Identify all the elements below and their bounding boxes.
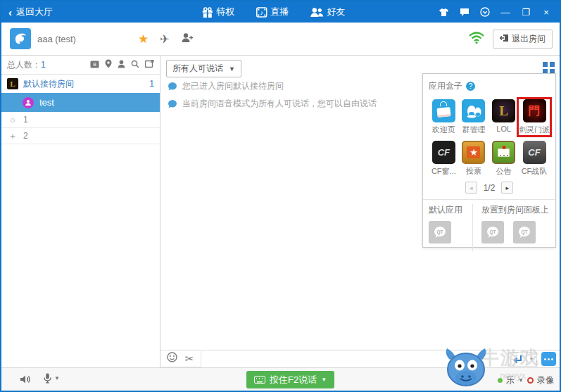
favorite-star-icon[interactable]: ★	[138, 32, 149, 46]
app-label: LOL	[496, 125, 511, 133]
app-cf-window[interactable]: CF CF窗...	[429, 141, 459, 177]
minimize-button[interactable]: —	[500, 8, 510, 17]
system-message-text: 您已进入房间默认接待房间	[182, 81, 284, 91]
bottom-bar: ▼ 按住F2说话 ▼ 乐 ▼ 录像	[1, 367, 560, 391]
message-list: 您已进入房间默认接待房间 当前房间语音模式为所有人可说话，您可以自由说话	[168, 81, 419, 116]
voice-mode-dropdown[interactable]: 所有人可说话 ▼	[166, 60, 241, 77]
app-box-title: 应用盒子	[429, 80, 462, 92]
system-message-text: 当前房间语音模式为所有人可说话，您可以自由说话	[182, 99, 377, 108]
exit-room-button[interactable]: 退出房间	[493, 30, 553, 49]
chevron-down-icon: ▼	[229, 65, 235, 72]
push-to-talk-button[interactable]: 按住F2说话 ▼	[246, 371, 334, 388]
qt-chat-bubble-icon[interactable]	[541, 352, 556, 366]
app-lol[interactable]: L LOL	[488, 99, 519, 135]
sidebar-row-circle[interactable]: ○ 1	[1, 112, 160, 128]
back-to-lobby-button[interactable]: ‹ 返回大厅	[8, 6, 53, 18]
circle-arrow-icon[interactable]	[480, 7, 490, 17]
settings-panel-icon[interactable]	[145, 58, 154, 71]
place-on-panel-section: 放置到房间面板上 QT QT	[472, 204, 550, 251]
app-grid-toggle-icon[interactable]	[543, 62, 555, 74]
app-vote[interactable]: ★ 投票	[459, 141, 489, 177]
bubble-icon	[168, 81, 177, 94]
svg-text:QT: QT	[522, 229, 528, 235]
app-box-bottom: 默认应用 QT 放置到房间面板上 QT QT	[423, 199, 555, 251]
app-bns-highlighted[interactable]: 門 剑灵门派	[519, 99, 550, 135]
app-welcome[interactable]: 欢迎页	[429, 99, 459, 135]
sidebar-row-plus[interactable]: + 2	[1, 128, 160, 144]
chat-main: 所有人可说话 ▼ 您已进入房间默认接待房间 当前房间语音模式为所有人可说话，您可…	[160, 56, 560, 367]
member-icon[interactable]	[118, 58, 125, 71]
input-tools: ✂	[160, 351, 201, 367]
send-options-caret[interactable]: ▼	[527, 352, 537, 367]
cf-window-app-icon: CF	[432, 141, 455, 164]
microphone-dropdown[interactable]: ▼	[44, 373, 60, 384]
app-group-manage[interactable]: 群管理	[459, 99, 489, 135]
help-icon[interactable]: ?	[466, 82, 475, 91]
userbar-actions: ★ ✈	[138, 32, 194, 46]
nav-friends-label: 好友	[327, 6, 345, 18]
username-label: aaa (test)	[37, 34, 76, 44]
app-grid: 欢迎页 群管理 L LOL 門 剑灵门派 CF	[429, 99, 550, 177]
microphone-icon	[44, 373, 51, 384]
app-notice[interactable]: 公告	[488, 141, 519, 177]
app-cf-team[interactable]: CF CF战队	[519, 141, 550, 177]
emoji-icon[interactable]	[167, 352, 177, 365]
room-member-count: 1	[149, 79, 154, 89]
avatar[interactable]	[10, 28, 31, 49]
panel-slot[interactable]: QT	[513, 221, 536, 244]
app-label: 群管理	[462, 125, 485, 135]
live-icon: ♪	[256, 7, 267, 18]
nav-privilege-label: 特权	[216, 6, 234, 18]
app-label: 投票	[466, 166, 481, 177]
screenshot-scissors-icon[interactable]: ✂	[185, 353, 194, 365]
nav-friends[interactable]: 好友	[310, 6, 345, 18]
maximize-button[interactable]: ❐	[521, 8, 531, 17]
friends-icon	[310, 7, 323, 18]
nav-privilege[interactable]: 特权	[201, 6, 234, 18]
svg-text:QT: QT	[489, 229, 496, 235]
message-icon[interactable]	[460, 8, 469, 17]
music-label-fragment[interactable]: 乐	[506, 374, 515, 386]
plane-icon[interactable]: ✈	[160, 32, 169, 46]
welcome-app-icon	[432, 99, 455, 122]
svg-text:B: B	[93, 62, 96, 67]
chevron-down-icon[interactable]: ▼	[518, 377, 524, 384]
page-prev-button[interactable]: ◂	[465, 182, 477, 194]
nav-live-label: 直播	[270, 6, 289, 18]
sidebar-header: 总人数：1 B	[1, 56, 160, 75]
add-person-icon[interactable]	[181, 32, 194, 46]
speaker-icon[interactable]	[20, 374, 32, 387]
qt-logo-icon	[13, 31, 28, 46]
chat-input[interactable]	[201, 350, 508, 367]
lol-app-icon: L	[492, 99, 515, 122]
send-enter-button[interactable]	[508, 352, 527, 367]
input-toolbar: ✂ ▼	[160, 350, 560, 367]
keyboard-icon	[254, 376, 265, 384]
app-box-header: 应用盒子 ?	[429, 80, 550, 92]
app-pagination: ◂ 1/2 ▸	[429, 182, 550, 194]
system-message: 当前房间语音模式为所有人可说话，您可以自由说话	[168, 99, 419, 111]
default-app-label: 默认应用	[429, 204, 472, 216]
sidebar-room-default[interactable]: L 默认接待房间 1	[1, 75, 160, 93]
location-icon[interactable]	[105, 58, 112, 71]
skin-icon[interactable]	[439, 8, 449, 17]
exit-room-label: 退出房间	[512, 33, 546, 45]
system-message: 您已进入房间默认接待房间	[168, 81, 419, 94]
sidebar-subchannel-test[interactable]: test	[1, 93, 160, 112]
record-icon[interactable]	[527, 377, 534, 384]
close-button[interactable]: ×	[541, 8, 551, 17]
record-label[interactable]: 录像	[537, 374, 554, 386]
nav-live[interactable]: ♪ 直播	[256, 6, 289, 18]
lol-room-icon: L	[7, 78, 18, 89]
default-app-slot[interactable]: QT	[429, 221, 451, 244]
search-icon[interactable]	[131, 58, 139, 71]
card-icon[interactable]: B	[90, 58, 99, 71]
titlebar-controls: — ❐ ×	[439, 7, 551, 17]
svg-text:♪: ♪	[260, 9, 263, 16]
panel-slot[interactable]: QT	[481, 221, 504, 244]
music-status-dot	[498, 378, 503, 383]
total-members-count: 1	[41, 60, 46, 70]
page-next-button[interactable]: ▸	[501, 182, 513, 194]
page-indicator: 1/2	[484, 183, 496, 193]
user-bar: aaa (test) ★ ✈ 退出房间	[1, 23, 560, 56]
